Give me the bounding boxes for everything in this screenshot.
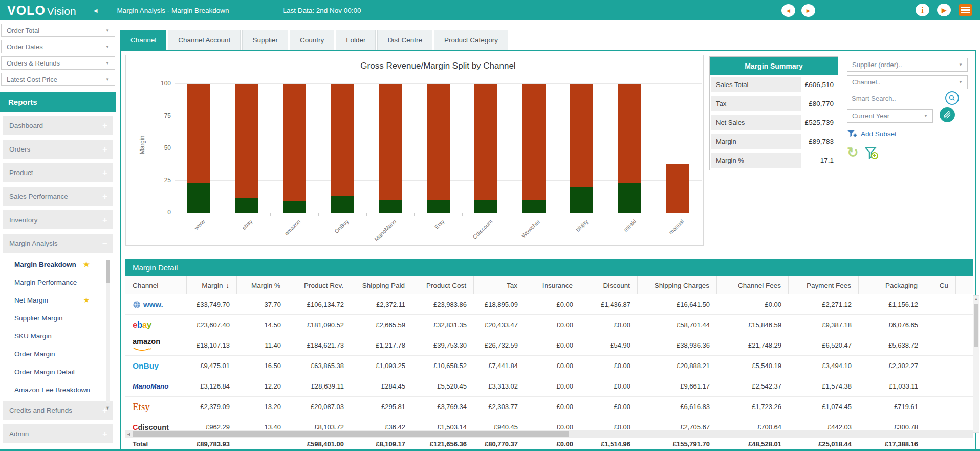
column-header-cu[interactable]: Cu xyxy=(925,276,956,294)
paperclip-icon[interactable] xyxy=(940,107,955,122)
table-row-manomano[interactable]: ManoMano£3,126.8412.20£28,639.11£284.45£… xyxy=(125,376,973,397)
sidebar-item-sku-margin[interactable]: SKU Margin xyxy=(14,329,116,342)
sidebar-item-amazon-fee-breakdown[interactable]: Amazon Fee Breakdown xyxy=(14,383,116,396)
table-row-www[interactable]: www.£33,749.7037.70£106,134.72£2,372.11£… xyxy=(125,294,973,315)
horizontal-scrollbar-thumb[interactable] xyxy=(133,431,569,437)
tab-supplier[interactable]: Supplier xyxy=(242,30,288,50)
sidebar-section-inventory[interactable]: Inventory+ xyxy=(3,210,113,229)
sidebar-item-net-margin[interactable]: Net Margin★ xyxy=(14,293,116,307)
tab-folder[interactable]: Folder xyxy=(336,30,376,50)
play-button[interactable]: ▶ xyxy=(937,4,951,16)
cell: £300.78 xyxy=(859,423,925,431)
sidebar-filter-order-total[interactable]: Order Total▼ xyxy=(1,24,115,37)
column-header-product-cost[interactable]: Product Cost xyxy=(412,276,474,294)
channel-dropdown[interactable]: Channel.. ▼ xyxy=(847,75,968,89)
sidebar-item-label: Supplier Margin xyxy=(14,314,63,322)
column-header-channel[interactable]: Channel xyxy=(125,276,187,294)
add-subset-button[interactable]: Add Subset xyxy=(847,130,897,138)
table-row-amazon[interactable]: amazon£18,107.1311.40£184,621.73£1,217.7… xyxy=(125,335,973,356)
menu-list-button[interactable] xyxy=(959,4,972,16)
column-header-tax[interactable]: Tax xyxy=(474,276,525,294)
sidebar-section-orders[interactable]: Orders+ xyxy=(3,140,113,159)
cell: £20,087.03 xyxy=(288,403,351,411)
sidebar-filter-latest-cost-price[interactable]: Latest Cost Price▼ xyxy=(1,73,115,86)
table-row-cdiscount[interactable]: Cdiscount£962.2913.40£8,103.72£36.42£1,5… xyxy=(125,417,973,431)
smart-search-input[interactable] xyxy=(847,92,937,105)
column-header-packaging[interactable]: Packaging xyxy=(859,276,925,294)
tab-product-category[interactable]: Product Category xyxy=(434,30,508,50)
sidebar-section-credits-and-refunds[interactable]: Credits and Refunds+ xyxy=(3,401,113,420)
column-header-shipping-paid[interactable]: Shipping Paid xyxy=(351,276,412,294)
sidebar-section-dashboard[interactable]: Dashboard+ xyxy=(3,116,113,135)
chart-bar-cdiscount[interactable] xyxy=(474,84,497,213)
chart-bar-etsy[interactable] xyxy=(427,84,450,213)
chart-bar-wowcher[interactable] xyxy=(522,84,546,213)
chart-bar-manomano[interactable] xyxy=(379,84,402,213)
chart-bar-www[interactable] xyxy=(187,84,210,213)
vertical-scrollbar[interactable]: ▲ xyxy=(973,295,979,433)
chart-bar-onbuy[interactable] xyxy=(331,84,354,213)
tab-dist-centre[interactable]: Dist Centre xyxy=(377,30,432,50)
column-header-margin-[interactable]: Margin % xyxy=(237,276,288,294)
tab-channel-account[interactable]: Channel Account xyxy=(168,30,241,50)
cell: £21,748.29 xyxy=(717,341,789,349)
cell: £0.00 xyxy=(525,300,580,308)
column-header-discount[interactable]: Discount xyxy=(580,276,638,294)
column-header-payment-fees[interactable]: Payment Fees xyxy=(789,276,859,294)
sidebar-item-margin-breakdown[interactable]: Margin Breakdown★ xyxy=(14,257,116,271)
column-header-shipping-charges[interactable]: Shipping Charges xyxy=(638,276,717,294)
period-dropdown[interactable]: Current Year ▼ xyxy=(847,109,933,123)
column-header-channel-fees[interactable]: Channel Fees xyxy=(717,276,789,294)
sidebar-filter-order-dates[interactable]: Order Dates▼ xyxy=(1,40,115,53)
sidebar-section-sales-performance[interactable]: Sales Performance+ xyxy=(3,187,113,206)
chart-bar-ebay[interactable] xyxy=(235,84,258,213)
chart-bar-manual[interactable] xyxy=(666,164,689,213)
sidebar-scroll-down-icon[interactable]: ▼ xyxy=(105,405,110,411)
refresh-icon[interactable]: ↻ xyxy=(847,146,859,160)
table-row-onbuy[interactable]: OnBuy£9,475.0116.50£63,865.38£1,093.25£1… xyxy=(125,356,973,376)
chart-bar-blujay[interactable] xyxy=(570,84,593,213)
chart-bar-amazon[interactable] xyxy=(283,84,306,213)
column-header-label: Channel xyxy=(133,282,158,289)
search-icon[interactable] xyxy=(945,91,959,105)
add-filter-funnel-icon[interactable] xyxy=(865,147,878,159)
sidebar-scrollbar[interactable] xyxy=(106,260,110,403)
back-arrow-button[interactable]: ◄ xyxy=(781,4,795,17)
tab-country[interactable]: Country xyxy=(290,30,334,50)
column-header-insurance[interactable]: Insurance xyxy=(525,276,580,294)
sidebar-item-margin-performance[interactable]: Margin Performance xyxy=(14,275,116,289)
supplier-order-dropdown[interactable]: Supplier (order).. ▼ xyxy=(847,58,968,72)
www-logo: www. xyxy=(133,300,163,309)
scroll-up-icon[interactable]: ▲ xyxy=(973,296,979,303)
sidebar-section-admin[interactable]: Admin+ xyxy=(3,424,113,443)
tab-channel[interactable]: Channel xyxy=(120,30,166,50)
column-header-margin[interactable]: Margin↓ xyxy=(187,276,237,294)
column-header-product-rev-[interactable]: Product Rev. xyxy=(288,276,351,294)
scroll-left-icon[interactable]: ◄ xyxy=(126,432,131,437)
sidebar-item-order-margin[interactable]: Order Margin xyxy=(14,347,116,360)
vertical-scrollbar-thumb[interactable] xyxy=(974,304,978,347)
total-cell: £17,388.16 xyxy=(859,440,925,448)
sidebar-section-margin-analysis[interactable]: Margin Analysis− xyxy=(3,234,113,253)
revenue-segment xyxy=(522,84,546,200)
sidebar-item-order-margin-detail[interactable]: Order Margin Detail xyxy=(14,365,116,378)
revenue-segment xyxy=(618,84,641,183)
cell: 37.70 xyxy=(237,300,288,308)
x-axis-label: ManoMano xyxy=(368,218,398,248)
sidebar-item-supplier-margin[interactable]: Supplier Margin xyxy=(14,311,116,325)
etsy-logo-text: Etsy xyxy=(133,401,150,412)
info-button[interactable]: i xyxy=(916,4,929,16)
sidebar-filter-orders-refunds[interactable]: Orders & Refunds▼ xyxy=(1,56,115,70)
sidebar-section-product[interactable]: Product+ xyxy=(3,163,113,182)
collapse-sidebar-icon[interactable]: ◀ xyxy=(94,8,98,13)
forward-arrow-button[interactable]: ► xyxy=(801,4,815,17)
favorite-star-icon[interactable]: ★ xyxy=(83,296,90,304)
main-panel: Gross Revenue/Margin Split by Channel Ma… xyxy=(120,51,976,449)
chart-bar-mirakl[interactable] xyxy=(618,84,641,213)
revenue-segment xyxy=(187,84,210,183)
horizontal-scrollbar[interactable]: ◄ xyxy=(125,430,973,438)
table-row-etsy[interactable]: Etsy£2,379.0913.20£20,087.03£295.81£3,76… xyxy=(125,397,973,417)
margin-segment xyxy=(570,187,593,213)
table-row-ebay[interactable]: ebay£23,607.4014.50£181,090.52£2,665.59£… xyxy=(125,315,973,335)
favorite-star-icon[interactable]: ★ xyxy=(83,260,90,268)
